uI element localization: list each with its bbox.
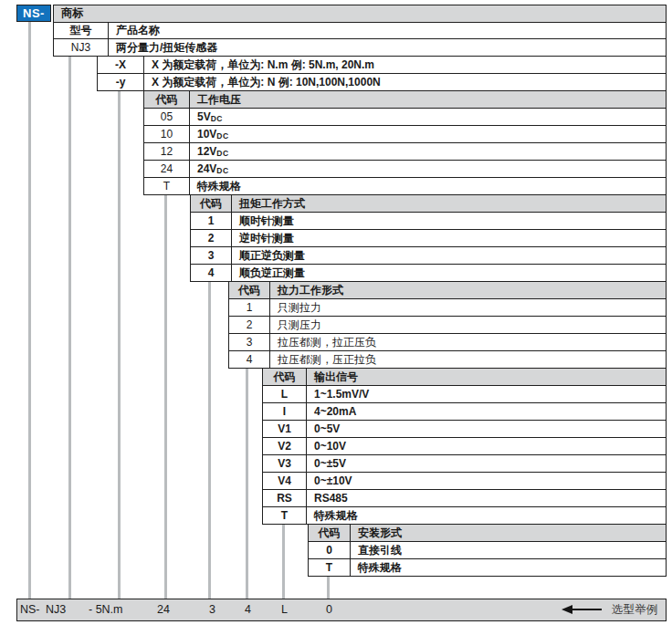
torque-header-desc: 扭矩工作方式 [232, 195, 666, 212]
torque-desc: 逆时针测量 [232, 230, 666, 246]
tension-mode-table: 代码 拉力工作形式 1 只测拉力 2 只测压力 3 拉压都测，拉正压负 4 拉压… [228, 282, 667, 369]
example-item-model: NJ3 [46, 599, 66, 620]
voltage-header-desc: 工作电压 [190, 91, 666, 108]
output-desc: 0~10V [307, 438, 666, 454]
torque-desc: 顺正逆负测量 [232, 247, 666, 264]
table-row: I 4~20mA [263, 402, 666, 420]
torque-desc: 顺时针测量 [232, 213, 666, 229]
table-row: RS RS485 [263, 489, 666, 506]
table-row: T 特殊规格 [263, 506, 666, 524]
arrow-tail [572, 609, 602, 611]
mounting-code: T [309, 559, 351, 576]
table-row: 1 顺时针测量 [191, 212, 666, 229]
voltage-table: 代码 工作电压 05 5VDC 10 10VDC 12 12VDC 24 24V… [143, 91, 667, 195]
load-desc-y: X 为额定载荷，单位为: N 例: 10N,100N,1000N [144, 74, 666, 90]
example-item-tension: 4 [245, 599, 251, 620]
voltage-unit-sub: DC [216, 146, 228, 158]
load-code-y: -y [98, 74, 144, 90]
connector-line-torque [208, 282, 211, 599]
tension-desc: 只测拉力 [270, 299, 666, 316]
tension-header-desc: 拉力工作形式 [270, 282, 666, 298]
voltage-value: 10V [197, 128, 216, 141]
voltage-value: 24V [197, 162, 216, 175]
torque-code: 4 [191, 265, 232, 281]
table-row: 2 只测压力 [229, 316, 666, 333]
model-header-row: 型号 产品名称 [54, 22, 666, 39]
output-code: RS [263, 490, 307, 506]
torque-header-code: 代码 [191, 195, 232, 212]
output-code: V4 [263, 473, 307, 489]
connector-line-mounting [327, 577, 330, 599]
model-selection-chart: NS- 商标 型号 产品名称 NJ3 两分量力/扭矩传感器 -X X 为额定载荷… [0, 0, 672, 625]
load-code-x: -X [98, 57, 144, 73]
mounting-code: 0 [309, 542, 351, 558]
torque-code: 3 [191, 247, 232, 264]
connector-line-model [68, 57, 71, 599]
output-desc: 4~20mA [307, 403, 666, 420]
output-desc: 特殊规格 [307, 507, 666, 524]
table-row: L 1~1.5mV/V [263, 385, 666, 402]
table-row: T 特殊规格 [309, 558, 666, 576]
mounting-header-desc: 安装形式 [351, 525, 666, 541]
mounting-table: 代码 安装形式 0 直接引线 T 特殊规格 [308, 525, 667, 577]
voltage-header-code: 代码 [144, 91, 190, 108]
model-code: NJ3 [54, 39, 109, 56]
mounting-header-code: 代码 [309, 525, 351, 541]
tension-code: 4 [229, 351, 270, 368]
table-row: -X X 为额定载荷，单位为: N.m 例: 5N.m, 20N.m [98, 57, 666, 73]
output-desc: 1~1.5mV/V [307, 386, 666, 402]
table-row: V2 0~10V [263, 437, 666, 454]
tension-desc: 只测压力 [270, 317, 666, 333]
example-item-voltage: 24 [157, 599, 170, 620]
rated-load-table: -X X 为额定载荷，单位为: N.m 例: 5N.m, 20N.m -y X … [97, 57, 667, 91]
mounting-header-row: 代码 安装形式 [309, 525, 666, 541]
connector-line-output [282, 525, 285, 599]
voltage-unit-sub: DC [216, 129, 228, 141]
voltage-header-row: 代码 工作电压 [144, 91, 666, 108]
torque-code: 1 [191, 213, 232, 229]
voltage-desc: 24VDC [190, 161, 666, 177]
voltage-code: 24 [144, 161, 190, 177]
table-row: 24 24VDC [144, 160, 666, 177]
tension-desc: 拉压都测，拉正压负 [270, 334, 666, 350]
connector-line-tension [246, 369, 248, 599]
connector-line-voltage [164, 195, 167, 599]
table-row: -y X 为额定载荷，单位为: N 例: 10N,100N,1000N [98, 73, 666, 90]
table-row: 05 5VDC [144, 108, 666, 125]
table-row: T 特殊规格 [144, 177, 666, 194]
table-row: 0 直接引线 [309, 541, 666, 558]
voltage-code: 05 [144, 109, 190, 125]
table-row: 3 拉压都测，拉正压负 [229, 333, 666, 350]
table-row: 4 顺负逆正测量 [191, 264, 666, 281]
torque-mode-table: 代码 扭矩工作方式 1 顺时针测量 2 逆时针测量 3 顺正逆负测量 4 顺负逆… [190, 195, 667, 282]
table-row: V1 0~5V [263, 420, 666, 437]
table-row: 4 拉压都测，压正拉负 [229, 350, 666, 368]
output-header-row: 代码 输出信号 [263, 369, 666, 385]
voltage-desc: 特殊规格 [190, 178, 666, 194]
voltage-code: 10 [144, 126, 190, 142]
output-code: V3 [263, 455, 307, 472]
model-header-desc: 产品名称 [109, 23, 666, 39]
table-row: 3 顺正逆负测量 [191, 246, 666, 264]
brand-prefix-label: NS- [23, 6, 45, 20]
tension-header-code: 代码 [229, 282, 270, 298]
brand-row: 商标 [54, 5, 666, 22]
model-desc: 两分量力/扭矩传感器 [109, 39, 666, 56]
tension-code: 3 [229, 334, 270, 350]
connector-line-load [118, 91, 121, 599]
brand-model-table: 商标 型号 产品名称 NJ3 两分量力/扭矩传感器 [53, 5, 667, 57]
example-item-load: - 5N.m [89, 599, 123, 620]
table-row: 1 只测拉力 [229, 298, 666, 316]
tension-desc: 拉压都测，压正拉负 [270, 351, 666, 368]
tension-header-row: 代码 拉力工作形式 [229, 282, 666, 298]
torque-header-row: 代码 扭矩工作方式 [191, 195, 666, 212]
output-signal-table: 代码 输出信号 L 1~1.5mV/V I 4~20mA V1 0~5V V2 … [262, 369, 667, 525]
tension-code: 2 [229, 317, 270, 333]
left-arrow-icon [562, 599, 602, 620]
model-header-code: 型号 [54, 23, 109, 39]
output-code: I [263, 403, 307, 420]
output-desc: 0~±10V [307, 473, 666, 489]
example-label: 选型举例 [612, 599, 657, 620]
table-row: 2 逆时针测量 [191, 229, 666, 246]
output-desc: RS485 [307, 490, 666, 506]
